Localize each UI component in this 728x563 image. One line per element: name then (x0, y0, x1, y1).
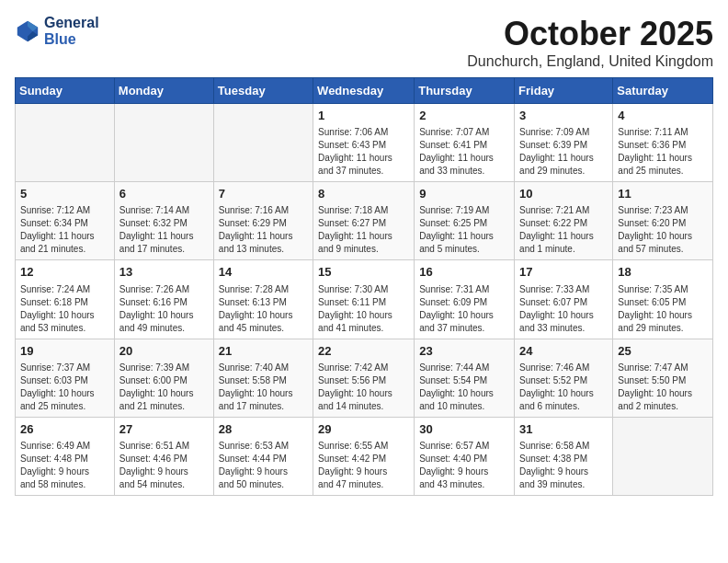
calendar-cell: 9Sunrise: 7:19 AMSunset: 6:25 PMDaylight… (415, 182, 515, 260)
calendar-table: SundayMondayTuesdayWednesdayThursdayFrid… (15, 77, 713, 496)
day-number: 3 (519, 108, 608, 124)
day-info-line: and 1 minute. (519, 243, 608, 256)
day-info-line: and 6 minutes. (519, 400, 608, 413)
day-info-line: Sunrise: 7:42 AM (318, 362, 409, 374)
calendar-cell: 26Sunrise: 6:49 AMSunset: 4:48 PMDayligh… (16, 417, 115, 495)
calendar-cell: 5Sunrise: 7:12 AMSunset: 6:34 PMDaylight… (16, 182, 115, 260)
day-number: 6 (119, 186, 209, 202)
day-header-thursday: Thursday (415, 78, 515, 104)
day-info-line: Daylight: 11 hours (119, 230, 209, 243)
day-info-line: and 49 minutes. (119, 322, 209, 335)
day-number: 9 (419, 186, 509, 202)
day-info-line: Sunset: 6:09 PM (419, 296, 509, 309)
day-info-line: Daylight: 10 hours (119, 309, 209, 322)
day-number: 24 (519, 343, 608, 360)
day-info-line: Sunset: 6:22 PM (519, 217, 608, 230)
calendar-cell: 24Sunrise: 7:46 AMSunset: 5:52 PMDayligh… (515, 339, 613, 417)
calendar-cell: 8Sunrise: 7:18 AMSunset: 6:27 PMDaylight… (313, 182, 415, 260)
day-number: 11 (618, 186, 708, 202)
day-info-line: Sunset: 6:00 PM (119, 374, 209, 387)
day-header-sunday: Sunday (16, 78, 115, 104)
day-info-line: Daylight: 11 hours (318, 230, 409, 243)
day-number: 26 (20, 421, 109, 438)
day-info-line: and 21 minutes. (20, 243, 109, 256)
calendar-cell: 25Sunrise: 7:47 AMSunset: 5:50 PMDayligh… (613, 339, 713, 417)
calendar-cell (114, 104, 213, 182)
day-info-line: and 47 minutes. (318, 478, 409, 491)
day-info-line: Daylight: 10 hours (219, 387, 308, 400)
day-info-line: and 14 minutes. (318, 400, 409, 413)
calendar-cell: 28Sunrise: 6:53 AMSunset: 4:44 PMDayligh… (213, 417, 313, 495)
day-info-line: Daylight: 9 hours (20, 465, 109, 478)
day-info-line: Sunrise: 7:37 AM (20, 362, 109, 374)
day-number: 13 (119, 264, 209, 281)
day-info-line: and 5 minutes. (419, 243, 509, 256)
day-number: 23 (419, 343, 509, 360)
calendar-cell: 11Sunrise: 7:23 AMSunset: 6:20 PMDayligh… (613, 182, 713, 260)
day-info-line: Daylight: 10 hours (618, 230, 708, 243)
calendar-cell: 14Sunrise: 7:28 AMSunset: 6:13 PMDayligh… (213, 260, 313, 339)
calendar-cell: 16Sunrise: 7:31 AMSunset: 6:09 PMDayligh… (415, 260, 515, 339)
day-info-line: and 39 minutes. (519, 478, 608, 491)
day-info-line: Daylight: 10 hours (20, 387, 109, 400)
calendar-cell: 3Sunrise: 7:09 AMSunset: 6:39 PMDaylight… (515, 104, 613, 182)
day-number: 8 (318, 186, 409, 202)
day-info-line: Sunrise: 7:19 AM (419, 204, 509, 217)
day-info-line: Sunset: 5:50 PM (618, 374, 708, 387)
day-number: 14 (219, 264, 308, 281)
day-info-line: Sunrise: 7:18 AM (318, 204, 409, 217)
calendar-header: SundayMondayTuesdayWednesdayThursdayFrid… (16, 78, 713, 104)
day-info-line: Daylight: 10 hours (419, 387, 509, 400)
day-header-friday: Friday (515, 78, 613, 104)
logo: General Blue (15, 15, 99, 48)
day-number: 22 (318, 343, 409, 360)
day-info-line: Sunset: 6:27 PM (318, 217, 409, 230)
day-info-line: and 33 minutes. (419, 165, 509, 178)
day-info-line: and 29 minutes. (618, 322, 708, 335)
day-info-line: Sunrise: 7:28 AM (219, 283, 308, 296)
day-info-line: Sunrise: 7:14 AM (119, 204, 209, 217)
day-info-line: Daylight: 10 hours (519, 387, 608, 400)
day-info-line: Sunset: 4:44 PM (219, 453, 308, 465)
day-number: 20 (119, 343, 209, 360)
day-info-line: Daylight: 11 hours (219, 230, 308, 243)
calendar-week-5: 26Sunrise: 6:49 AMSunset: 4:48 PMDayligh… (16, 417, 713, 495)
day-info-line: and 25 minutes. (20, 400, 109, 413)
day-info-line: Sunrise: 7:39 AM (119, 362, 209, 374)
day-number: 30 (419, 421, 509, 438)
header-row: SundayMondayTuesdayWednesdayThursdayFrid… (16, 78, 713, 104)
day-info-line: Daylight: 10 hours (119, 387, 209, 400)
day-info-line: Sunset: 5:54 PM (419, 374, 509, 387)
day-info-line: Sunrise: 7:40 AM (219, 362, 308, 374)
day-info-line: Sunset: 6:05 PM (618, 296, 708, 309)
calendar-cell: 10Sunrise: 7:21 AMSunset: 6:22 PMDayligh… (515, 182, 613, 260)
day-info-line: Daylight: 10 hours (318, 387, 409, 400)
day-info-line: and 50 minutes. (219, 478, 308, 491)
day-number: 4 (618, 108, 708, 124)
day-info-line: and 25 minutes. (618, 165, 708, 178)
calendar-cell: 15Sunrise: 7:30 AMSunset: 6:11 PMDayligh… (313, 260, 415, 339)
day-info-line: Sunrise: 7:11 AM (618, 126, 708, 139)
day-info-line: Sunrise: 7:47 AM (618, 362, 708, 374)
day-info-line: Sunset: 6:41 PM (419, 139, 509, 152)
day-info-line: and 41 minutes. (318, 322, 409, 335)
day-info-line: and 45 minutes. (219, 322, 308, 335)
day-info-line: Sunrise: 7:46 AM (519, 362, 608, 374)
day-number: 10 (519, 186, 608, 202)
day-info-line: Sunset: 5:58 PM (219, 374, 308, 387)
day-info-line: Sunset: 6:13 PM (219, 296, 308, 309)
day-info-line: Daylight: 11 hours (20, 230, 109, 243)
calendar-cell: 21Sunrise: 7:40 AMSunset: 5:58 PMDayligh… (213, 339, 313, 417)
day-number: 21 (219, 343, 308, 360)
day-info-line: Sunrise: 6:58 AM (519, 440, 608, 453)
day-number: 19 (20, 343, 109, 360)
calendar-cell (213, 104, 313, 182)
day-info-line: Daylight: 9 hours (419, 465, 509, 478)
calendar-week-2: 5Sunrise: 7:12 AMSunset: 6:34 PMDaylight… (16, 182, 713, 260)
calendar-cell: 4Sunrise: 7:11 AMSunset: 6:36 PMDaylight… (613, 104, 713, 182)
day-header-monday: Monday (114, 78, 213, 104)
day-info-line: and 17 minutes. (219, 400, 308, 413)
calendar-cell: 6Sunrise: 7:14 AMSunset: 6:32 PMDaylight… (114, 182, 213, 260)
day-number: 2 (419, 108, 509, 124)
day-info-line: Sunrise: 7:44 AM (419, 362, 509, 374)
